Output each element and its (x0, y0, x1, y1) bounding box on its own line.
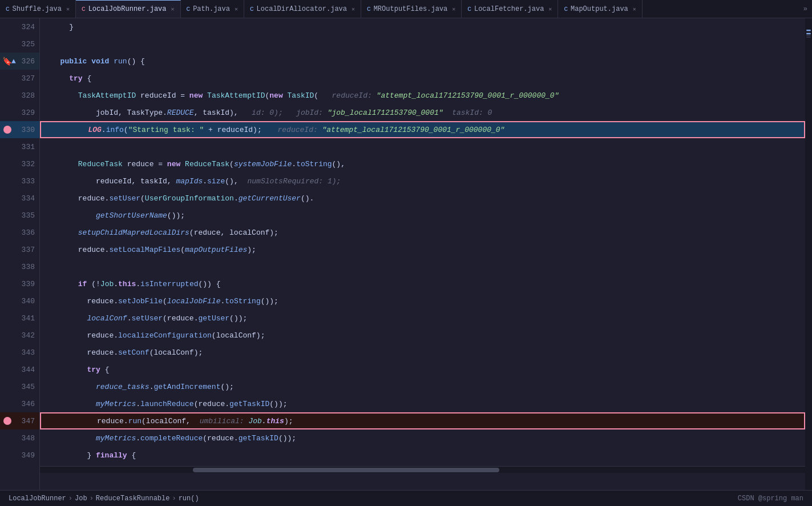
editor-container: 324 325 🔖 ▲ 326 327 328 329 330 3 (0, 18, 812, 490)
tab-localfetcher[interactable]: C LocalFetcher.java ✕ (462, 0, 558, 18)
scrollbar-horizontal[interactable] (40, 466, 805, 473)
tab-label-path: Path.java (193, 5, 230, 13)
code-line-346: myMetrics.launchReduce(reduce.getTaskID(… (40, 395, 805, 412)
line-num-324: 324 (0, 18, 39, 35)
code-line-337: reduce.setLocalMapFiles(mapOutputFiles); (40, 241, 805, 258)
tab-mapoutput[interactable]: C MapOutput.java ✕ (558, 0, 642, 18)
tab-icon-localfetcher: C (467, 6, 471, 13)
tab-close-shuffle[interactable]: ✕ (66, 6, 70, 13)
tab-icon-shuffle: C (6, 6, 10, 13)
tab-icon-localjobrunner: C (82, 6, 86, 13)
minimap-line (806, 30, 811, 31)
tab-shuffle[interactable]: C Shuffle.java ✕ (0, 0, 76, 18)
line-num-345: 345 (0, 378, 39, 395)
scrollbar-thumb[interactable] (193, 468, 499, 472)
code-line-336: setupChildMapredLocalDirs(reduce, localC… (40, 224, 805, 241)
code-line-333: reduceId, taskId, mapIds.size(), numSlot… (40, 172, 805, 190)
breadcrumb-credit: CSDN @spring man (738, 495, 803, 503)
code-line-324: } (40, 18, 805, 35)
code-line-329: jobId, TaskType.REDUCE, taskId), id: 0);… (40, 104, 805, 121)
code-line-343: reduce.setConf(localConf); (40, 344, 805, 361)
line-num-326: 🔖 ▲ 326 (0, 53, 39, 70)
line-num-335: 335 (0, 207, 39, 224)
line-num-334: 334 (0, 190, 39, 207)
line-num-347: 347 (0, 412, 39, 429)
line-num-330: 330 (0, 121, 39, 138)
code-line-330: LOG.info("Starting task: " + reduceId); … (40, 121, 805, 138)
tab-icon-mapoutput: C (564, 6, 568, 13)
tab-label-localdirallocator: LocalDirAllocator.java (257, 5, 347, 13)
line-num-339: 339 (0, 275, 39, 292)
breadcrumb-item-1[interactable]: LocalJobRunner (9, 495, 66, 503)
tab-close-mroutputfiles[interactable]: ✕ (452, 6, 455, 13)
line-num-325: 325 (0, 35, 39, 53)
line-num-338: 338 (0, 258, 39, 275)
line-num-332: 332 (0, 155, 39, 172)
tab-icon-mroutputfiles: C (367, 6, 371, 13)
breadcrumb-item-4[interactable]: run() (179, 495, 199, 503)
line-num-344: 344 (0, 361, 39, 378)
code-line-326: public void run() { (40, 53, 805, 70)
line-num-328: 328 (0, 87, 39, 104)
minimap-line (806, 33, 811, 34)
line-num-329: 329 (0, 104, 39, 121)
code-line-347: reduce.run(localConf, umbilical: Job.thi… (40, 412, 805, 429)
breadcrumb-item-3[interactable]: ReduceTaskRunnable (96, 495, 170, 503)
breadcrumb-item-2[interactable]: Job (75, 495, 87, 503)
tab-close-path[interactable]: ✕ (235, 6, 238, 13)
code-line-341: localConf.setUser(reduce.getUser()); (40, 310, 805, 327)
code-line-325 (40, 35, 805, 53)
code-wrapper: } public void run() { try { TaskAttemptI… (40, 18, 805, 464)
arrow-icon-326: ▲ (11, 57, 16, 66)
tab-overflow[interactable]: » (799, 5, 812, 13)
minimap (805, 18, 812, 490)
tab-label-shuffle: Shuffle.java (13, 5, 62, 13)
breadcrumb: LocalJobRunner › Job › ReduceTaskRunnabl… (0, 490, 812, 506)
line-num-348: 348 (0, 429, 39, 447)
tab-close-localjobrunner[interactable]: ✕ (171, 6, 175, 13)
tab-mroutputfiles[interactable]: C MROutputFiles.java ✕ (361, 0, 462, 18)
minimap-line (806, 35, 811, 36)
code-line-344: try { (40, 361, 805, 378)
tab-close-localdirallocator[interactable]: ✕ (352, 6, 355, 13)
breakpoint-330[interactable] (3, 126, 11, 134)
line-num-346: 346 (0, 395, 39, 412)
code-line-327: try { (40, 70, 805, 87)
tab-localdirallocator[interactable]: C LocalDirAllocator.java ✕ (244, 0, 361, 18)
line-num-340: 340 (0, 292, 39, 310)
code-line-331 (40, 138, 805, 155)
code-line-340: reduce.setJobFile(localJobFile.toString(… (40, 292, 805, 310)
code-line-338 (40, 258, 805, 275)
line-num-333: 333 (0, 172, 39, 190)
code-area[interactable]: } public void run() { try { TaskAttemptI… (40, 18, 805, 490)
code-line-334: reduce.setUser(UserGroupInformation.getC… (40, 190, 805, 207)
line-num-341: 341 (0, 310, 39, 327)
code-line-345: reduce_tasks.getAndIncrement(); (40, 378, 805, 395)
code-line-342: reduce.localizeConfiguration(localConf); (40, 327, 805, 344)
tab-label-localjobrunner: LocalJobRunner.java (88, 5, 167, 13)
code-line-348: myMetrics.completeReduce(reduce.getTaskI… (40, 429, 805, 447)
code-line-332: ReduceTask reduce = new ReduceTask(syste… (40, 155, 805, 172)
line-num-336: 336 (0, 224, 39, 241)
tab-close-mapoutput[interactable]: ✕ (633, 6, 636, 13)
line-num-327: 327 (0, 70, 39, 87)
tab-localjobrunner[interactable]: C LocalJobRunner.java ✕ (76, 0, 180, 18)
tab-close-localfetcher[interactable]: ✕ (548, 6, 552, 13)
tab-icon-localdirallocator: C (250, 6, 254, 13)
line-gutter: 324 325 🔖 ▲ 326 327 328 329 330 3 (0, 18, 40, 490)
code-line-339: if (!Job.this.isInterrupted()) { (40, 275, 805, 292)
line-num-342: 342 (0, 327, 39, 344)
line-num-331: 331 (0, 138, 39, 155)
breakpoint-347[interactable] (3, 417, 11, 425)
bookmark-icon-326: 🔖 (2, 57, 12, 66)
minimap-line (806, 31, 811, 33)
tab-icon-path: C (187, 6, 191, 13)
tab-path[interactable]: C Path.java ✕ (181, 0, 244, 18)
code-line-328: TaskAttemptID reduceId = new TaskAttempt… (40, 87, 805, 104)
tab-label-localfetcher: LocalFetcher.java (474, 5, 544, 13)
code-line-349: } finally { (40, 447, 805, 464)
tab-label-mapoutput: MapOutput.java (571, 5, 628, 13)
line-num-343: 343 (0, 344, 39, 361)
line-num-349: 349 (0, 447, 39, 464)
tab-bar: C Shuffle.java ✕ C LocalJobRunner.java ✕… (0, 0, 812, 18)
